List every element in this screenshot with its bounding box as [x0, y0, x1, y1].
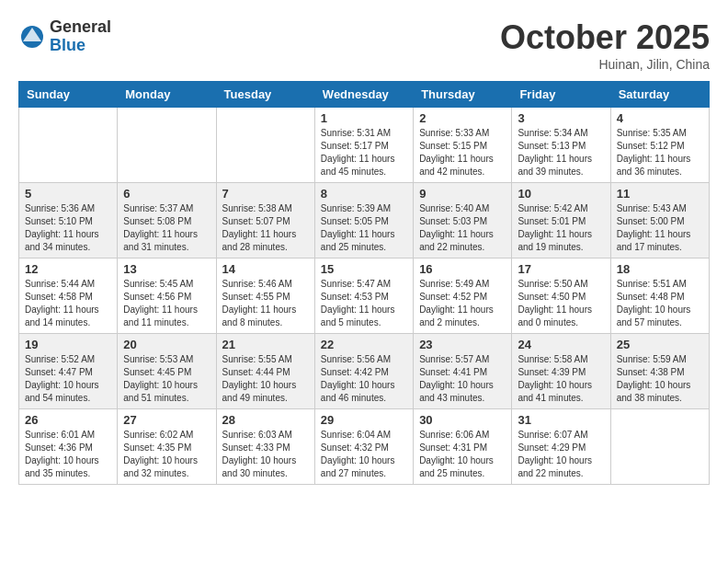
calendar-cell: 12Sunrise: 5:44 AM Sunset: 4:58 PM Dayli…	[19, 259, 118, 334]
calendar-cell: 29Sunrise: 6:04 AM Sunset: 4:32 PM Dayli…	[314, 409, 413, 485]
calendar-cell: 13Sunrise: 5:45 AM Sunset: 4:56 PM Dayli…	[118, 259, 216, 334]
day-info: Sunrise: 5:37 AM Sunset: 5:08 PM Dayligh…	[123, 202, 210, 254]
calendar-cell: 25Sunrise: 5:59 AM Sunset: 4:38 PM Dayli…	[610, 334, 709, 409]
day-number: 9	[419, 187, 506, 201]
day-number: 29	[321, 413, 407, 427]
day-header-friday: Friday	[512, 82, 610, 108]
day-number: 27	[123, 413, 210, 427]
calendar-cell: 20Sunrise: 5:53 AM Sunset: 4:45 PM Dayli…	[118, 334, 216, 409]
day-number: 23	[419, 338, 506, 351]
day-number: 3	[518, 111, 604, 125]
calendar-cell: 10Sunrise: 5:42 AM Sunset: 5:01 PM Dayli…	[512, 183, 610, 259]
page-header: General Blue October 2025 Huinan, Jilin,…	[18, 18, 710, 72]
day-info: Sunrise: 5:53 AM Sunset: 4:45 PM Dayligh…	[123, 353, 210, 405]
day-info: Sunrise: 6:06 AM Sunset: 4:31 PM Dayligh…	[419, 429, 506, 480]
day-number: 30	[419, 413, 506, 427]
calendar-cell: 2Sunrise: 5:33 AM Sunset: 5:15 PM Daylig…	[414, 108, 512, 183]
calendar-week-row: 1Sunrise: 5:31 AM Sunset: 5:17 PM Daylig…	[19, 108, 710, 183]
calendar-cell: 4Sunrise: 5:35 AM Sunset: 5:12 PM Daylig…	[610, 108, 709, 183]
day-info: Sunrise: 5:49 AM Sunset: 4:52 PM Dayligh…	[419, 278, 506, 329]
calendar-cell: 31Sunrise: 6:07 AM Sunset: 4:29 PM Dayli…	[512, 409, 610, 485]
day-info: Sunrise: 5:31 AM Sunset: 5:17 PM Dayligh…	[321, 127, 407, 178]
calendar-cell: 6Sunrise: 5:37 AM Sunset: 5:08 PM Daylig…	[118, 183, 216, 259]
calendar-cell: 24Sunrise: 5:58 AM Sunset: 4:39 PM Dayli…	[512, 334, 610, 409]
location: Huinan, Jilin, China	[500, 57, 710, 72]
logo-icon	[18, 23, 46, 51]
day-info: Sunrise: 5:46 AM Sunset: 4:55 PM Dayligh…	[222, 278, 309, 329]
day-number: 5	[25, 187, 111, 201]
calendar-cell	[610, 409, 709, 485]
day-info: Sunrise: 6:04 AM Sunset: 4:32 PM Dayligh…	[321, 429, 407, 480]
day-number: 6	[123, 187, 210, 201]
logo: General Blue	[18, 18, 111, 55]
day-info: Sunrise: 5:58 AM Sunset: 4:39 PM Dayligh…	[518, 353, 604, 405]
calendar-cell: 17Sunrise: 5:50 AM Sunset: 4:50 PM Dayli…	[512, 259, 610, 334]
day-info: Sunrise: 5:45 AM Sunset: 4:56 PM Dayligh…	[123, 278, 210, 329]
calendar-cell: 23Sunrise: 5:57 AM Sunset: 4:41 PM Dayli…	[414, 334, 512, 409]
day-info: Sunrise: 5:34 AM Sunset: 5:13 PM Dayligh…	[518, 127, 604, 178]
day-info: Sunrise: 5:59 AM Sunset: 4:38 PM Dayligh…	[617, 353, 703, 405]
day-number: 13	[123, 262, 210, 276]
calendar-cell: 30Sunrise: 6:06 AM Sunset: 4:31 PM Dayli…	[414, 409, 512, 485]
day-number: 31	[518, 413, 604, 427]
calendar-cell	[216, 108, 314, 183]
day-number: 17	[518, 262, 604, 276]
calendar-cell: 1Sunrise: 5:31 AM Sunset: 5:17 PM Daylig…	[314, 108, 413, 183]
month-title: October 2025	[500, 18, 710, 57]
day-number: 10	[518, 187, 604, 201]
day-number: 15	[321, 262, 407, 276]
logo-text: General Blue	[50, 18, 111, 55]
day-info: Sunrise: 6:01 AM Sunset: 4:36 PM Dayligh…	[25, 429, 111, 480]
day-header-tuesday: Tuesday	[216, 82, 314, 108]
day-info: Sunrise: 5:39 AM Sunset: 5:05 PM Dayligh…	[321, 202, 407, 254]
calendar-cell: 28Sunrise: 6:03 AM Sunset: 4:33 PM Dayli…	[216, 409, 314, 485]
day-number: 25	[617, 338, 703, 351]
day-number: 12	[25, 262, 111, 276]
day-info: Sunrise: 5:40 AM Sunset: 5:03 PM Dayligh…	[419, 202, 506, 254]
logo-general: General	[50, 18, 111, 37]
day-number: 4	[617, 111, 703, 125]
day-header-monday: Monday	[118, 82, 216, 108]
day-info: Sunrise: 6:02 AM Sunset: 4:35 PM Dayligh…	[123, 429, 210, 480]
day-number: 22	[321, 338, 407, 351]
day-info: Sunrise: 5:42 AM Sunset: 5:01 PM Dayligh…	[518, 202, 604, 254]
calendar-cell: 5Sunrise: 5:36 AM Sunset: 5:10 PM Daylig…	[19, 183, 118, 259]
day-info: Sunrise: 5:52 AM Sunset: 4:47 PM Dayligh…	[25, 353, 111, 405]
calendar-cell: 15Sunrise: 5:47 AM Sunset: 4:53 PM Dayli…	[314, 259, 413, 334]
day-info: Sunrise: 5:47 AM Sunset: 4:53 PM Dayligh…	[321, 278, 407, 329]
day-info: Sunrise: 5:50 AM Sunset: 4:50 PM Dayligh…	[518, 278, 604, 329]
calendar-cell: 18Sunrise: 5:51 AM Sunset: 4:48 PM Dayli…	[610, 259, 709, 334]
day-header-saturday: Saturday	[610, 82, 709, 108]
calendar-table: SundayMondayTuesdayWednesdayThursdayFrid…	[18, 81, 710, 485]
day-number: 1	[321, 111, 407, 125]
day-header-thursday: Thursday	[414, 82, 512, 108]
day-number: 26	[25, 413, 111, 427]
calendar-week-row: 26Sunrise: 6:01 AM Sunset: 4:36 PM Dayli…	[19, 409, 710, 485]
day-info: Sunrise: 5:38 AM Sunset: 5:07 PM Dayligh…	[222, 202, 309, 254]
calendar-cell: 22Sunrise: 5:56 AM Sunset: 4:42 PM Dayli…	[314, 334, 413, 409]
day-header-sunday: Sunday	[19, 82, 118, 108]
calendar-header-row: SundayMondayTuesdayWednesdayThursdayFrid…	[19, 82, 710, 108]
calendar-cell: 9Sunrise: 5:40 AM Sunset: 5:03 PM Daylig…	[414, 183, 512, 259]
calendar-cell: 16Sunrise: 5:49 AM Sunset: 4:52 PM Dayli…	[414, 259, 512, 334]
calendar-week-row: 5Sunrise: 5:36 AM Sunset: 5:10 PM Daylig…	[19, 183, 710, 259]
calendar-cell	[19, 108, 118, 183]
day-info: Sunrise: 5:44 AM Sunset: 4:58 PM Dayligh…	[25, 278, 111, 329]
calendar-cell: 21Sunrise: 5:55 AM Sunset: 4:44 PM Dayli…	[216, 334, 314, 409]
day-info: Sunrise: 6:03 AM Sunset: 4:33 PM Dayligh…	[222, 429, 309, 480]
day-info: Sunrise: 5:33 AM Sunset: 5:15 PM Dayligh…	[419, 127, 506, 178]
day-number: 8	[321, 187, 407, 201]
calendar-cell: 11Sunrise: 5:43 AM Sunset: 5:00 PM Dayli…	[610, 183, 709, 259]
day-number: 19	[25, 338, 111, 351]
calendar-cell: 19Sunrise: 5:52 AM Sunset: 4:47 PM Dayli…	[19, 334, 118, 409]
calendar-cell	[118, 108, 216, 183]
calendar-week-row: 12Sunrise: 5:44 AM Sunset: 4:58 PM Dayli…	[19, 259, 710, 334]
day-number: 16	[419, 262, 506, 276]
day-info: Sunrise: 6:07 AM Sunset: 4:29 PM Dayligh…	[518, 429, 604, 480]
day-number: 28	[222, 413, 309, 427]
day-info: Sunrise: 5:51 AM Sunset: 4:48 PM Dayligh…	[617, 278, 703, 329]
calendar-cell: 7Sunrise: 5:38 AM Sunset: 5:07 PM Daylig…	[216, 183, 314, 259]
calendar-cell: 8Sunrise: 5:39 AM Sunset: 5:05 PM Daylig…	[314, 183, 413, 259]
day-number: 21	[222, 338, 309, 351]
calendar-cell: 3Sunrise: 5:34 AM Sunset: 5:13 PM Daylig…	[512, 108, 610, 183]
